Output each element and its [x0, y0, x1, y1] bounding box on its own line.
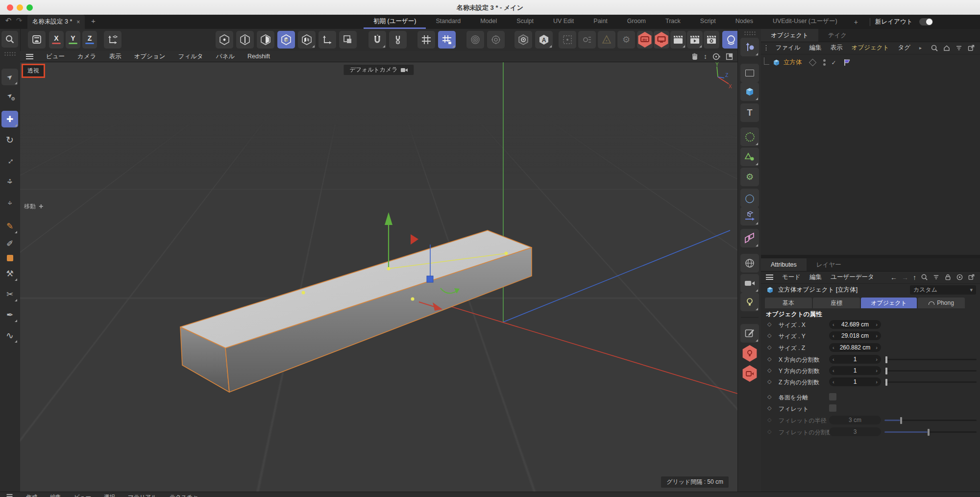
mat-menu-edit[interactable]: 編集 — [50, 494, 61, 497]
cube-object-icon[interactable] — [772, 58, 781, 67]
tab-layers[interactable]: レイヤー — [807, 258, 851, 271]
segments-y-slider[interactable] — [884, 370, 977, 372]
key-diamond-icon[interactable]: ◇ — [767, 367, 771, 373]
tab-phong[interactable]: Phong — [918, 298, 965, 308]
preset-dropdown[interactable]: カスタム ▾ — [910, 285, 976, 295]
mat-menu-material[interactable]: マテリアル — [128, 494, 157, 497]
attr-export-icon[interactable] — [968, 273, 975, 281]
size-z-value[interactable]: 260.882 cm — [840, 344, 871, 351]
tab-objects[interactable]: オブジェクト — [761, 29, 818, 42]
transfer-tool[interactable]: ↔ ↕ — [1, 193, 18, 210]
om-menu-overflow-icon[interactable]: ▸ — [919, 45, 922, 50]
sketch-tool[interactable]: ✐ — [1, 235, 18, 252]
key-diamond-icon[interactable]: ◇ — [767, 356, 771, 362]
menu-view[interactable]: ビュー — [46, 52, 65, 61]
document-tab[interactable]: 名称未設定 3 * × — [27, 15, 85, 29]
redshift-camera-button[interactable] — [740, 364, 759, 383]
edges-mode-button[interactable] — [236, 31, 254, 49]
knife-tool[interactable]: ✂ — [1, 286, 18, 302]
step-down-icon[interactable]: ‹ — [833, 379, 834, 385]
live-selection-tool[interactable]: ➤ — [1, 69, 18, 85]
step-up-icon[interactable]: › — [876, 368, 878, 373]
pan-view-icon[interactable] — [690, 52, 699, 61]
mat-menu-create[interactable]: 作成 — [26, 494, 37, 497]
layout-tab-paint[interactable]: Paint — [584, 15, 617, 29]
om-menu-edit[interactable]: 編集 — [809, 44, 822, 52]
layout-tab-track[interactable]: Track — [656, 15, 690, 29]
key-diamond-icon[interactable]: ◇ — [767, 394, 771, 400]
segments-z-value[interactable]: 1 — [854, 378, 857, 385]
spline-rectangle-button[interactable] — [740, 64, 759, 82]
points-mode-button[interactable] — [216, 31, 233, 49]
add-layout-button[interactable]: + — [847, 18, 865, 26]
mat-menu-texture[interactable]: テクスチャ — [170, 494, 198, 497]
step-up-icon[interactable]: › — [876, 379, 878, 385]
quantize-lock-button[interactable] — [438, 31, 456, 49]
redshift-renderview-button[interactable]: RV — [637, 31, 653, 49]
pen-tool[interactable]: ✎ — [1, 218, 18, 234]
redo-icon[interactable]: ↷ — [14, 16, 24, 25]
mesh-check-button[interactable] — [598, 31, 615, 49]
lock-x-axis-button[interactable]: X — [49, 31, 64, 49]
lock-y-axis-button[interactable]: Y — [66, 31, 80, 49]
free-move-tool[interactable]: ↔ ↕ — [1, 173, 18, 189]
maximize-view-icon[interactable] — [725, 52, 734, 61]
spline-tool[interactable]: ∿ — [1, 327, 18, 344]
text-object-button[interactable]: T — [740, 103, 759, 122]
segments-y-value[interactable]: 1 — [854, 367, 857, 374]
view-label[interactable]: 透視 — [22, 64, 45, 78]
om-filter-icon[interactable] — [955, 44, 963, 52]
attr-menu-icon[interactable] — [766, 274, 773, 280]
mat-menu-select[interactable]: 選択 — [104, 494, 115, 497]
object-name[interactable]: 立方体 — [784, 58, 802, 67]
visibility-dots-icon[interactable] — [823, 59, 826, 66]
mat-menu-view[interactable]: ビュー — [74, 494, 91, 497]
step-up-icon[interactable]: › — [876, 333, 878, 339]
step-down-icon[interactable]: ‹ — [833, 345, 834, 350]
falloff-settings-button[interactable] — [487, 31, 505, 49]
step-down-icon[interactable]: ‹ — [833, 356, 834, 362]
menu-display[interactable]: 表示 — [109, 52, 121, 61]
menu-panel[interactable]: パネル — [216, 52, 235, 61]
lock-icon[interactable] — [944, 273, 952, 281]
panel-splitter[interactable] — [761, 255, 980, 258]
redshift-light-button[interactable] — [740, 344, 759, 363]
om-menu-icon[interactable] — [766, 45, 766, 50]
attr-menu-edit[interactable]: 編集 — [809, 273, 822, 281]
attr-menu-userdata[interactable]: ユーザーデータ — [831, 273, 874, 281]
layout-tab-uvedit[interactable]: UV Edit — [543, 15, 584, 29]
size-y-field[interactable]: ‹ 29.018 cm › — [829, 331, 881, 340]
history-back-icon[interactable]: ← — [890, 273, 897, 281]
layer-icon[interactable] — [808, 59, 816, 67]
generator-settings-button[interactable]: ⚙ — [740, 168, 759, 186]
parent-up-icon[interactable]: ↑ — [913, 273, 916, 281]
active-color-swatch[interactable] — [7, 255, 13, 261]
solo-mode-button[interactable] — [514, 31, 532, 49]
om-menu-view[interactable]: 表示 — [831, 44, 843, 52]
rotate-tool[interactable]: ↻ — [1, 131, 18, 148]
quantize-button[interactable] — [417, 31, 435, 49]
environment-button[interactable] — [740, 254, 759, 273]
layout-tab-model[interactable]: Model — [470, 15, 507, 29]
step-up-icon[interactable]: › — [876, 356, 878, 362]
deformer-button[interactable] — [740, 229, 759, 248]
zoom-view-icon[interactable]: ↕ — [704, 52, 707, 61]
restore-selection-button[interactable] — [28, 31, 46, 49]
step-down-icon[interactable]: ‹ — [833, 333, 834, 339]
track-target-icon[interactable] — [956, 273, 963, 281]
step-down-icon[interactable]: ‹ — [833, 368, 834, 373]
layout-tab-nodes[interactable]: Nodes — [726, 15, 763, 29]
simulation-button[interactable] — [740, 148, 759, 166]
enable-check-icon[interactable]: ✓ — [832, 59, 836, 66]
tool-settings-button[interactable] — [578, 31, 596, 49]
om-export-icon[interactable] — [967, 44, 975, 52]
camera-object-button[interactable] — [740, 274, 759, 293]
camera-label[interactable]: デフォルトカメラ — [343, 65, 414, 75]
step-down-icon[interactable]: ‹ — [833, 322, 834, 327]
segments-z-field[interactable]: ‹ 1 › — [829, 377, 881, 386]
key-diamond-icon[interactable]: ◇ — [767, 378, 771, 385]
segments-x-slider[interactable] — [884, 359, 977, 360]
tweak-pliers-tool[interactable]: ⚒ — [1, 265, 18, 282]
tab-take[interactable]: テイク — [818, 29, 857, 42]
render-settings-button[interactable] — [704, 31, 719, 49]
